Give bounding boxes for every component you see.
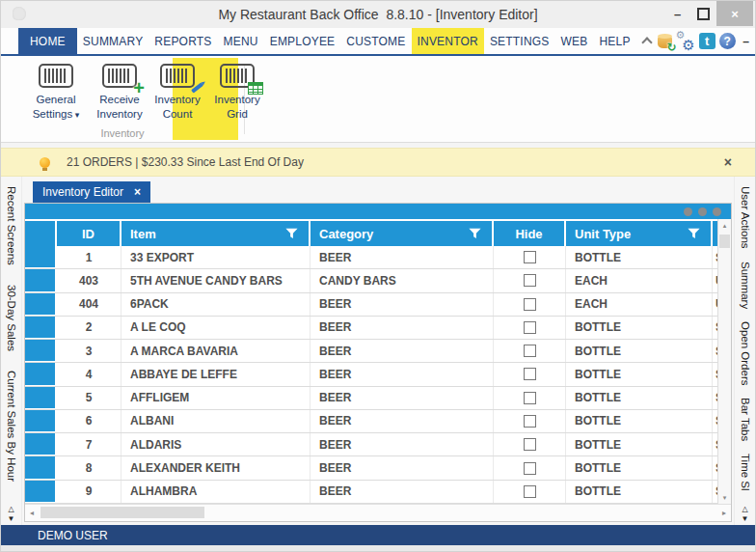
scroll-left-icon[interactable]: ◂	[30, 505, 34, 521]
filter-icon[interactable]	[688, 228, 700, 239]
filter-icon[interactable]	[285, 228, 298, 239]
vertical-scroll-thumb[interactable]	[719, 235, 730, 248]
cell-id[interactable]: 2	[57, 317, 122, 339]
cell-unit-type[interactable]: EACH	[566, 269, 713, 291]
cell-unit-type[interactable]: BOTTLE	[566, 387, 713, 409]
cell-id[interactable]: 9	[57, 481, 122, 503]
hide-checkbox[interactable]	[524, 392, 536, 404]
close-button[interactable]: ×	[716, 1, 753, 26]
row-indicator[interactable]	[25, 269, 57, 291]
cell-id[interactable]: 4	[57, 363, 122, 385]
menu-tab-web[interactable]: WEB	[555, 28, 594, 54]
cell-item[interactable]: ALEXANDER KEITH	[122, 456, 310, 479]
menu-tab-reports[interactable]: REPORTS	[148, 28, 217, 54]
row-indicator[interactable]	[25, 317, 57, 339]
hide-checkbox[interactable]	[524, 485, 536, 498]
column-header-hide[interactable]: Hide	[494, 221, 566, 246]
cell-id[interactable]: 7	[57, 433, 122, 455]
cell-id[interactable]: 6	[57, 410, 122, 432]
minimize-small-button[interactable]: –	[740, 35, 753, 48]
panel-dot-icon[interactable]	[698, 207, 707, 216]
right-tab-user-actions[interactable]: User Actions	[740, 186, 751, 249]
right-tab-summary[interactable]: Summary	[740, 262, 751, 309]
hide-checkbox[interactable]	[524, 274, 536, 287]
hide-checkbox[interactable]	[524, 462, 536, 475]
scroll-up-icon[interactable]: △	[735, 505, 755, 514]
filter-icon[interactable]	[469, 228, 481, 239]
left-tab-current-sales-by-hour[interactable]: Current Sales By Hour	[6, 371, 17, 482]
hide-checkbox[interactable]	[524, 415, 536, 428]
right-tab-open-orders[interactable]: Open Orders	[740, 321, 751, 385]
cell-item[interactable]: 33 EXPORT	[122, 246, 310, 268]
cell-unit-type[interactable]: BOTTLE	[566, 340, 713, 362]
cell-item[interactable]: A LE COQ	[122, 317, 310, 339]
database-refresh-icon[interactable]: ↻	[658, 35, 672, 48]
cell-unit-type[interactable]: BOTTLE	[566, 410, 713, 432]
row-indicator[interactable]	[25, 387, 57, 409]
minimize-button[interactable]: –	[664, 1, 690, 26]
menu-tab-summary[interactable]: SUMMARY	[77, 28, 149, 54]
cell-unit-type[interactable]: BOTTLE	[566, 317, 713, 339]
cell-id[interactable]: 5	[57, 387, 122, 409]
panel-dot-icon[interactable]	[713, 207, 721, 216]
menu-tab-help[interactable]: HELP	[593, 28, 635, 54]
cell-category[interactable]: BEER	[310, 410, 494, 432]
menu-tab-employees[interactable]: EMPLOYEE	[264, 28, 341, 54]
cell-category[interactable]: BEER	[310, 481, 494, 503]
maximize-button[interactable]	[690, 1, 716, 26]
row-indicator[interactable]	[25, 481, 57, 503]
hide-checkbox[interactable]	[524, 321, 536, 334]
horizontal-scroll-thumb[interactable]	[40, 507, 204, 518]
menu-tab-inventory[interactable]: INVENTOR	[412, 28, 484, 54]
scroll-up-icon[interactable]: ▴	[718, 222, 731, 229]
hide-checkbox[interactable]	[524, 438, 536, 451]
right-tab-bar-tabs[interactable]: Bar Tabs	[740, 398, 751, 441]
scroll-down-icon[interactable]: ▼	[1, 514, 21, 524]
cell-unit-type[interactable]: BOTTLE	[566, 433, 713, 455]
cell-item[interactable]: AFFLIGEM	[122, 387, 310, 409]
cell-category[interactable]: BEER	[310, 363, 494, 385]
scroll-down-icon[interactable]: ▼	[735, 514, 755, 524]
menu-tab-home[interactable]: HOME	[18, 28, 77, 54]
row-indicator[interactable]	[25, 433, 57, 455]
hide-checkbox[interactable]	[524, 368, 536, 380]
tab-close-icon[interactable]: ×	[134, 186, 141, 198]
help-icon[interactable]: ?	[719, 33, 736, 49]
cell-id[interactable]: 8	[57, 456, 122, 479]
scroll-up-icon[interactable]: △	[1, 505, 21, 514]
notification-close-button[interactable]: ×	[724, 149, 732, 176]
row-indicator[interactable]	[25, 246, 57, 268]
document-tab-inventory-editor[interactable]: Inventory Editor ×	[33, 181, 150, 203]
cell-item[interactable]: ALBANI	[122, 410, 310, 432]
scroll-down-icon[interactable]: ▾	[718, 494, 731, 501]
row-indicator[interactable]	[25, 340, 57, 362]
cell-id[interactable]: 1	[57, 246, 122, 268]
cell-category[interactable]: BEER	[310, 246, 494, 268]
cell-id[interactable]: 404	[57, 293, 122, 316]
gears-icon[interactable]: ⚙⚙	[676, 33, 695, 49]
cell-id[interactable]: 403	[57, 269, 122, 291]
column-header-item[interactable]: Item	[122, 221, 310, 246]
panel-dot-icon[interactable]	[684, 207, 692, 216]
horizontal-scrollbar[interactable]: ◂ ▸	[25, 504, 731, 521]
cell-unit-type[interactable]: BOTTLE	[566, 456, 713, 479]
row-indicator[interactable]	[25, 363, 57, 385]
cell-item[interactable]: 6PACK	[122, 293, 310, 316]
cell-category[interactable]: BEER	[310, 317, 494, 339]
cell-category[interactable]: BEER	[310, 293, 494, 316]
cell-unit-type[interactable]: BOTTLE	[566, 481, 713, 503]
menu-tab-menu[interactable]: MENU	[218, 28, 264, 54]
cell-item[interactable]: ABBAYE DE LEFFE	[122, 363, 310, 385]
cell-unit-type[interactable]: EACH	[566, 293, 713, 316]
cell-category[interactable]: CANDY BARS	[310, 269, 494, 291]
hide-checkbox[interactable]	[524, 251, 536, 263]
cell-item[interactable]: ALHAMBRA	[122, 481, 310, 503]
vertical-scrollbar[interactable]: ▴ ▾	[717, 219, 731, 504]
left-tab-30-day-sales[interactable]: 30-Day Sales	[6, 285, 17, 351]
cell-id[interactable]: 3	[57, 340, 122, 362]
cell-category[interactable]: BEER	[310, 387, 494, 409]
column-header-id[interactable]: ID	[57, 221, 122, 246]
scroll-right-icon[interactable]: ▸	[722, 505, 726, 521]
cell-unit-type[interactable]: BOTTLE	[566, 363, 713, 385]
cell-category[interactable]: BEER	[310, 456, 494, 479]
